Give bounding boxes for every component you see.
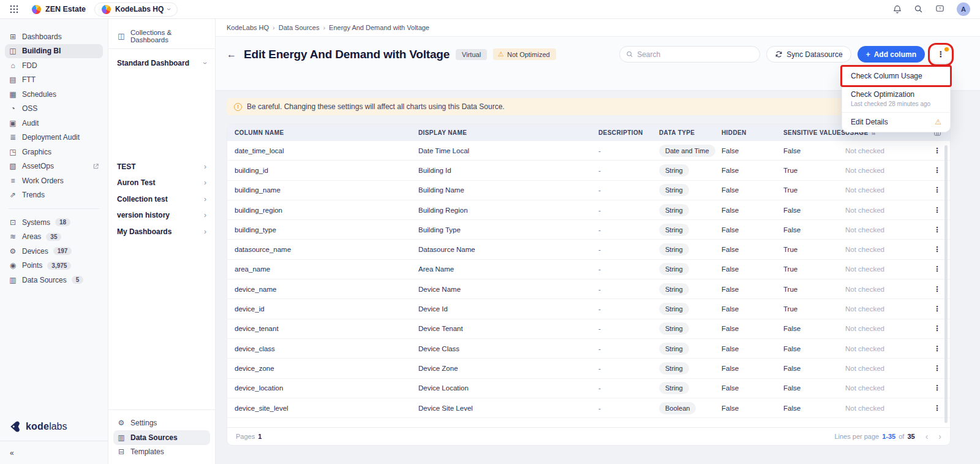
collection-group[interactable]: Collection test ›	[108, 191, 215, 208]
table-row[interactable]: device_site_level Device Site Level - Bo…	[227, 398, 950, 418]
sidebar-item[interactable]: ◳ Graphics	[5, 145, 103, 159]
collection-group[interactable]: Auron Test ›	[108, 175, 215, 191]
sidebar-item-label: Building BI	[22, 47, 61, 55]
current-page[interactable]: 1	[258, 433, 262, 440]
col-header-column-name[interactable]: COLUMN NAME	[227, 129, 418, 136]
sidebar-item-label: OSS	[22, 104, 37, 113]
sidebar-item[interactable]: ▦ Schedules	[5, 87, 103, 102]
table-row[interactable]: building_name Building Name - String Fal…	[227, 181, 950, 200]
sidebar-item[interactable]: ⊡ Systems 18	[5, 215, 103, 230]
count-badge: 35	[46, 233, 61, 241]
footer-item-icon: ▥	[117, 433, 126, 442]
sidebar-item[interactable]: ≣ Deployment Audit	[5, 131, 103, 145]
user-avatar[interactable]: A	[957, 2, 970, 16]
dashboard-item[interactable]	[108, 115, 215, 130]
menu-item[interactable]: Edit Details ⚠	[842, 112, 950, 131]
collection-group[interactable]: Standard Dashboard ›	[108, 55, 215, 72]
help-chat-icon[interactable]: ?	[935, 4, 945, 14]
sidebar-item[interactable]: ≋ Areas 35	[5, 230, 103, 245]
sidebar-item-icon: ▤	[9, 75, 17, 84]
sidebar-item[interactable]: ⌂ FDD	[5, 58, 103, 73]
row-menu-icon[interactable]: ⋮	[933, 305, 941, 313]
row-menu-icon[interactable]: ⋮	[933, 245, 941, 254]
row-menu-icon[interactable]: ⋮	[933, 344, 941, 353]
sidebar-item[interactable]: ≡ Work Orders	[5, 173, 103, 188]
dashboard-item[interactable]	[108, 101, 215, 115]
collection-group[interactable]: My Dashboards ›	[108, 224, 215, 240]
table-row[interactable]: device_name Device Name - String False T…	[227, 280, 950, 299]
page-title: Edit Energy And Demand with Voltage	[244, 48, 450, 61]
row-menu-icon[interactable]: ⋮	[933, 186, 941, 194]
sync-datasource-button[interactable]: Sync Datasource	[766, 46, 851, 63]
table-row[interactable]: building_id Building Id - String False T…	[227, 161, 950, 180]
row-menu-icon[interactable]: ⋮	[933, 166, 941, 175]
dashboard-item[interactable]	[108, 129, 215, 144]
next-page-icon[interactable]: ›	[938, 432, 941, 441]
row-menu-icon[interactable]: ⋮	[933, 324, 941, 333]
col-header-data-type[interactable]: DATA TYPE	[659, 129, 722, 136]
chevron-icon: ›	[204, 179, 206, 186]
row-menu-icon[interactable]: ⋮	[933, 384, 941, 392]
table-row[interactable]: device_tenant Device Tenant - String Fal…	[227, 319, 950, 339]
row-menu-icon[interactable]: ⋮	[933, 404, 941, 413]
dashboard-item[interactable]	[108, 72, 215, 86]
table-row[interactable]: area_name Area Name - String False True …	[227, 260, 950, 280]
menu-item[interactable]: Check Column Usage ⚠	[842, 67, 950, 85]
collection-group-label: My Dashboards	[117, 227, 172, 236]
row-menu-icon[interactable]: ⋮	[933, 226, 941, 234]
row-menu-icon[interactable]: ⋮	[933, 364, 941, 373]
collection-group[interactable]: TEST ›	[108, 159, 215, 175]
lines-range[interactable]: 1-35	[882, 433, 895, 440]
notifications-bell-icon[interactable]	[892, 4, 902, 14]
global-search-icon[interactable]	[914, 4, 924, 14]
sidebar-item[interactable]: ◫ Building BI	[5, 44, 103, 59]
table-row[interactable]: device_id Device Id - String False True …	[227, 299, 950, 319]
app-grid-icon[interactable]	[10, 5, 18, 13]
table-row[interactable]: date_time_local Date Time Local - Date a…	[227, 141, 950, 161]
cell-data-type: String	[659, 265, 722, 273]
table-row[interactable]: datasource_name Datasource Name - String…	[227, 240, 950, 259]
org-brand[interactable]: ZEN Estate	[32, 5, 86, 14]
breadcrumb-item[interactable]: Data Sources	[279, 24, 320, 31]
table-row[interactable]: device_class Device Class - String False…	[227, 339, 950, 359]
breadcrumb-item[interactable]: KodeLabs HQ	[227, 24, 269, 31]
col-header-description[interactable]: DESCRIPTION	[598, 129, 659, 136]
sidebar-item[interactable]: ▧ AssetOps	[5, 159, 103, 174]
add-column-button[interactable]: + Add column	[858, 46, 925, 63]
row-menu-icon[interactable]: ⋮	[933, 146, 941, 155]
sidebar-item[interactable]: ▤ FTT	[5, 73, 103, 88]
sidebar-item[interactable]: ◉ Points 3,975	[5, 259, 103, 273]
collections-footer-item[interactable]: ⊟ Templates	[113, 445, 210, 460]
back-arrow-icon[interactable]: ←	[227, 49, 236, 60]
col-header-sensitive-values[interactable]: SENSITIVE VALUES	[783, 129, 845, 136]
row-menu-icon[interactable]: ⋮	[933, 285, 941, 294]
prev-page-icon[interactable]: ‹	[925, 432, 929, 441]
more-actions-kebab-button[interactable]: ⋮	[931, 46, 951, 63]
sidebar-item[interactable]: ⇗ Trends	[5, 188, 103, 203]
sidebar-item[interactable]: ⚙ Devices 197	[5, 244, 103, 259]
sidebar-item[interactable]: ⊞ Dashboards	[5, 29, 103, 44]
dashboard-item[interactable]	[108, 86, 215, 101]
sidebar-item[interactable]: ◔ OSS	[5, 102, 103, 116]
collections-footer-item[interactable]: ▥ Data Sources	[113, 430, 210, 445]
sidebar-item[interactable]: ▣ Audit	[5, 116, 103, 131]
menu-item[interactable]: Check Optimization ⚠ Last checked 28 min…	[842, 85, 950, 112]
search-input[interactable]	[637, 50, 753, 59]
row-menu-icon[interactable]: ⋮	[933, 265, 941, 273]
collection-group[interactable]: version history ›	[108, 207, 215, 224]
workspace-selector[interactable]: KodeLabs HQ ›	[94, 2, 178, 17]
col-header-display-name[interactable]: DISPLAY NAME	[418, 129, 598, 136]
collections-footer-item[interactable]: ⚙ Settings	[113, 416, 210, 431]
col-header-hidden[interactable]: HIDDEN	[722, 129, 783, 136]
breadcrumb-item[interactable]: Energy And Demand with Voltage	[329, 24, 429, 31]
table-row[interactable]: device_location Device Location - String…	[227, 379, 950, 398]
row-menu-icon[interactable]: ⋮	[933, 206, 941, 215]
table-row[interactable]: building_type Building Type - String Fal…	[227, 220, 950, 240]
sidebar-item[interactable]: ▥ Data Sources 5	[5, 273, 103, 287]
table-row[interactable]: building_region Building Region - String…	[227, 200, 950, 220]
cell-column-name: building_name	[227, 186, 418, 194]
dashboard-item[interactable]	[108, 144, 215, 159]
collapse-sidebar-icon[interactable]: «	[10, 449, 13, 457]
table-row[interactable]: device_zone Device Zone - String False F…	[227, 359, 950, 378]
scrollbar[interactable]	[944, 145, 948, 423]
